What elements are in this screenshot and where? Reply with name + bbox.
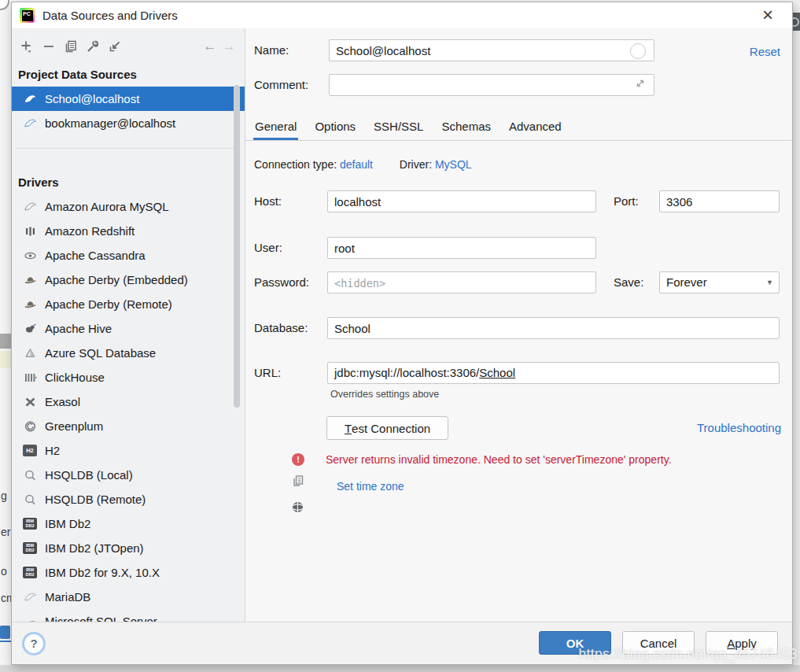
driver-item-ibm-db2-for-9-x-10-x[interactable]: IBMDB2 IBM Db2 for 9.X, 10.X — [12, 560, 245, 585]
driver-item-azure-sql-database[interactable]: Azure SQL Database — [12, 341, 245, 365]
aurora-icon — [23, 201, 37, 213]
background-window-bottom-sliver — [0, 665, 800, 672]
dialog-titlebar: PC Data Sources and Drivers × — [12, 2, 792, 28]
password-input[interactable] — [327, 271, 596, 294]
driver-item-microsoft-sql-server[interactable]: Microsoft SQL Server — [12, 609, 245, 622]
driver-item-apache-derby-embedded[interactable]: Apache Derby (Embedded) — [12, 268, 245, 292]
database-input[interactable] — [327, 317, 780, 339]
background-text-fragment: er — [1, 526, 11, 538]
url-database-link[interactable]: School — [479, 366, 515, 379]
troubleshooting-link[interactable]: Troubleshooting — [697, 421, 781, 434]
driver-item-apache-hive[interactable]: Apache Hive — [12, 316, 245, 341]
connection-type-value-link[interactable]: default — [340, 158, 373, 171]
chevron-down-icon: ▼ — [766, 272, 773, 293]
url-field[interactable]: jdbc:mysql://localhost:3306/School — [327, 362, 780, 384]
apply-button[interactable]: Apply — [706, 631, 778, 655]
background-blue-underline — [0, 641, 11, 642]
driver-item-apache-cassandra[interactable]: Apache Cassandra — [12, 243, 245, 268]
tab-general[interactable]: General — [253, 112, 298, 140]
sidebar-divider — [17, 148, 240, 149]
add-icon[interactable] — [18, 39, 35, 54]
driver-item-ibm-db2[interactable]: IBMDB2 IBM Db2 — [12, 511, 245, 536]
comment-label: Comment: — [254, 74, 308, 96]
test-connection-button[interactable]: Test Connection — [326, 416, 448, 440]
driver-item-exasol[interactable]: Exasol — [12, 390, 245, 414]
sidebar-scrollbar-thumb[interactable] — [234, 85, 240, 408]
driver-label: Greenplum — [45, 419, 103, 433]
duplicate-icon[interactable] — [62, 39, 79, 54]
driver-label: Azure SQL Database — [45, 346, 156, 360]
driver-item-ibm-db2-jtopen[interactable]: IBMDB2 IBM Db2 (JTOpen) — [12, 536, 245, 560]
pycharm-logo-icon: PC — [20, 8, 35, 23]
connection-settings-panel: Name: Reset Comment: GeneralOptionsSSH/S… — [245, 28, 792, 622]
driver-item-h2[interactable]: H2 H2 — [12, 438, 245, 463]
driver-item-mariadb[interactable]: MariaDB — [12, 585, 245, 609]
project-data-sources-list: School@localhost bookmanager@localhost — [12, 87, 245, 135]
sidebar-item-school-localhost[interactable]: School@localhost — [12, 87, 245, 111]
back-arrow-icon[interactable]: ← — [201, 39, 219, 54]
driver-item-hsqldb-remote[interactable]: HSQLDB (Remote) — [12, 487, 245, 511]
data-source-label: bookmanager@localhost — [45, 116, 175, 130]
save-select[interactable]: Forever ▼ — [659, 271, 780, 294]
tab-schemas[interactable]: Schemas — [440, 112, 492, 140]
import-icon[interactable] — [106, 39, 124, 54]
cancel-button[interactable]: Cancel — [622, 631, 695, 655]
user-input[interactable] — [327, 237, 596, 259]
dialog-title: Data Sources and Drivers — [42, 9, 178, 22]
remove-icon[interactable] — [40, 39, 57, 54]
driver-label: HSQLDB (Remote) — [45, 493, 146, 506]
driver-item-apache-derby-remote[interactable]: Apache Derby (Remote) — [12, 292, 245, 316]
h2-icon: H2 — [23, 445, 37, 457]
driver-item-clickhouse[interactable]: ClickHouse — [12, 365, 245, 390]
ok-button[interactable]: OK — [539, 631, 611, 655]
mssql-icon — [23, 615, 37, 622]
driver-item-amazon-redshift[interactable]: Amazon Redshift — [12, 219, 245, 243]
exasol-icon — [23, 396, 37, 408]
driver-label: Amazon Redshift — [45, 224, 135, 238]
hsqldb-icon — [23, 469, 37, 482]
url-label: URL: — [254, 362, 281, 384]
tab-options[interactable]: Options — [313, 112, 357, 140]
forward-arrow-icon[interactable]: → — [219, 39, 238, 54]
clickhouse-icon — [23, 371, 37, 384]
close-icon[interactable]: × — [758, 5, 778, 25]
driver-item-amazon-aurora-mysql[interactable]: Amazon Aurora MySQL — [12, 194, 245, 219]
driver-label: Microsoft SQL Server — [45, 615, 157, 622]
drivers-list: Amazon Aurora MySQL Amazon Redshift Apac… — [12, 194, 245, 622]
mariadb-icon — [23, 591, 37, 604]
expand-comment-icon[interactable] — [634, 77, 647, 90]
driver-item-hsqldb-local[interactable]: HSQLDB (Local) — [12, 463, 245, 487]
azure-icon — [23, 347, 37, 360]
project-data-sources-header: Project Data Sources — [12, 63, 245, 87]
dialog-footer: ? OK Cancel Apply — [12, 622, 792, 663]
set-time-zone-link[interactable]: Set time zone — [337, 480, 404, 493]
driver-label: Apache Hive — [45, 322, 112, 335]
tab-ssh-ssl[interactable]: SSH/SSL — [372, 112, 425, 140]
wrench-icon[interactable] — [84, 39, 101, 54]
comment-input[interactable] — [329, 74, 654, 96]
driver-label: H2 — [45, 444, 60, 457]
background-circle-icon — [0, 0, 9, 10]
tab-advanced[interactable]: Advanced — [507, 112, 563, 140]
name-refresh-spinner-icon — [630, 43, 646, 59]
globe-icon[interactable] — [291, 500, 304, 514]
data-source-label: School@localhost — [45, 92, 139, 105]
connection-type-row: Connection type: default Driver: MySQL — [254, 158, 472, 171]
help-icon[interactable]: ? — [22, 632, 46, 655]
background-gray-block — [0, 334, 11, 349]
data-sources-dialog: PC Data Sources and Drivers × — [11, 2, 793, 665]
cassandra-icon — [23, 249, 37, 262]
sidebar-item-bookmanager-localhost[interactable]: bookmanager@localhost — [12, 111, 245, 135]
driver-value-link[interactable]: MySQL — [435, 158, 472, 171]
reset-link[interactable]: Reset — [750, 45, 780, 58]
copy-icon[interactable] — [292, 474, 304, 487]
host-label: Host: — [254, 190, 282, 212]
driver-item-greenplum[interactable]: Greenplum — [12, 414, 245, 438]
derby-icon — [23, 274, 37, 286]
user-label: User: — [254, 237, 282, 259]
name-input[interactable] — [329, 39, 654, 61]
port-input[interactable] — [659, 190, 780, 212]
host-input[interactable] — [327, 190, 596, 212]
background-window-right-sliver — [793, 0, 800, 672]
db2-icon: IBMDB2 — [23, 518, 37, 530]
